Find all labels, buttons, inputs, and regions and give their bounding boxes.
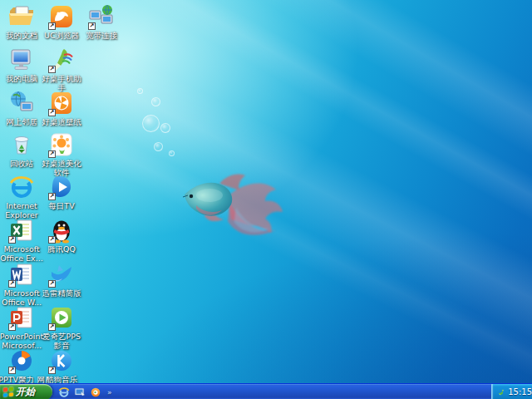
start-button-label: 开始 (16, 386, 35, 398)
bubble (142, 115, 160, 132)
quicklaunch-overflow-chevron[interactable]: » (107, 388, 112, 397)
shortcut-arrow-icon: ↗ (88, 22, 96, 30)
shortcut-arrow-icon: ↗ (48, 323, 56, 331)
desktop-icon-haozhuodao-wallpaper[interactable]: ↗ 好桌道壁纸 (38, 90, 85, 127)
desktop-icon-kugou-music[interactable]: ↗ 酷狗音乐 (38, 347, 85, 385)
bubble (160, 123, 170, 133)
desktop-icon-xunlei-lite[interactable]: ↗ 迅雷精简版 (38, 261, 85, 298)
internet-explorer-icon (8, 174, 35, 200)
betta-fish-image (171, 153, 288, 249)
shortcut-arrow-icon: ↗ (48, 193, 56, 200)
shortcut-arrow-icon: ↗ (8, 280, 16, 288)
desktop-icon-label: 好桌道壁纸 (38, 118, 85, 127)
my-documents-icon (8, 3, 35, 30)
bubble (137, 88, 143, 94)
light-ray (81, 0, 532, 374)
shortcut-arrow-icon: ↗ (48, 66, 56, 73)
shortcut-arrow-icon: ↗ (48, 367, 56, 374)
app-quicklaunch-icon[interactable] (90, 387, 101, 398)
quick-launch-bar: » (58, 384, 112, 399)
desktop: 我的文档 ↗ UC浏览器 ↗ 宽带连接 我的电脑 (0, 0, 532, 399)
desktop-icon-meiri-tv[interactable]: ↗ 每日TV (38, 174, 85, 211)
recycle-bin-icon (8, 131, 35, 158)
desktop-icon-tencent-qq[interactable]: ↗ 腾讯QQ (38, 217, 85, 254)
my-computer-icon (8, 47, 35, 73)
shortcut-arrow-icon: ↗ (48, 150, 56, 158)
shortcut-arrow-icon: ↗ (8, 323, 16, 331)
shortcut-arrow-icon: ↗ (8, 236, 16, 244)
desktop-icon-haozhuodao-beautify[interactable]: ↗ 好桌道美化软件 (38, 131, 85, 177)
shortcut-arrow-icon: ↗ (48, 280, 56, 288)
desktop-icon-broadband-connection[interactable]: ↗ 宽带连接 (78, 3, 125, 41)
desktop-icon-label: 每日TV (38, 202, 85, 211)
desktop-icon-label: 迅雷精简版 (38, 289, 85, 298)
shortcut-arrow-icon: ↗ (48, 22, 56, 30)
shortcut-arrow-icon: ↗ (48, 109, 56, 116)
ie-quicklaunch-icon[interactable] (58, 387, 70, 398)
start-button[interactable]: 开始 (0, 384, 52, 399)
desktop-icon-label: 腾讯QQ (38, 245, 85, 254)
tray-clock[interactable]: 15:15 (508, 387, 532, 397)
desktop-icon-haozhuo-phone-assistant[interactable]: ↗ 好桌手机助手 (38, 47, 85, 92)
show-desktop-icon[interactable] (74, 387, 86, 398)
taskbar: 开始 » (0, 383, 532, 399)
tray-program-icon[interactable] (497, 387, 505, 397)
desktop-icon-iqiyi-pps[interactable]: ↗ 爱奇艺PPS 影音 (38, 304, 85, 350)
bubble (154, 142, 163, 151)
system-tray: 15:15 (491, 384, 532, 399)
bubble (151, 97, 160, 106)
windows-flag-icon (3, 387, 13, 397)
shortcut-arrow-icon: ↗ (8, 367, 16, 374)
desktop-icon-label: 宽带连接 (78, 32, 125, 41)
shortcut-arrow-icon: ↗ (48, 236, 56, 244)
network-places-icon (8, 90, 35, 116)
